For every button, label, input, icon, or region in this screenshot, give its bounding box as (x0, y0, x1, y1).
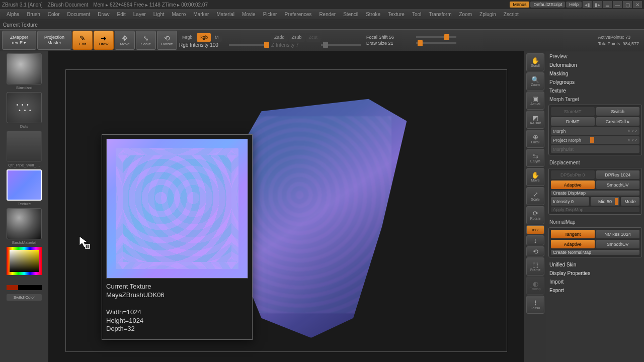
section-texture[interactable]: Texture (548, 86, 642, 95)
menu-zscript[interactable]: Zscript (500, 11, 522, 18)
vp-rotate-button[interactable]: ⟳Rotate (526, 206, 544, 224)
menu-stroke[interactable]: Stroke (362, 11, 384, 18)
actual-button[interactable]: ▣Actual (526, 92, 544, 110)
menu-layer[interactable]: Layer (130, 11, 149, 18)
section-display-properties[interactable]: Display Properties (548, 269, 642, 278)
draw-button[interactable]: ➜Draw (94, 31, 114, 50)
disp-mode[interactable]: Mode (621, 197, 639, 206)
zoom-button[interactable]: 🔍Zoom (526, 72, 544, 90)
section-morph-target[interactable]: Morph Target (548, 95, 642, 104)
zmapper-button[interactable]: ZMapper rev-E ▾ (2, 31, 36, 50)
project-morph-slider[interactable]: Project MorphX Y Z (551, 136, 639, 144)
menu-tool[interactable]: Tool (409, 11, 425, 18)
menus-toggle[interactable]: Menus (510, 2, 529, 8)
menu-color[interactable]: Color (44, 11, 63, 18)
color-swatches[interactable] (7, 285, 42, 290)
lsym-button[interactable]: ⇆L.Sym (526, 149, 544, 167)
close-icon[interactable]: ✕ (633, 1, 642, 8)
stroke-thumb[interactable] (7, 92, 42, 123)
create-dispmap-button[interactable]: Create DispMap (551, 191, 639, 196)
switch-button[interactable]: Switch (596, 107, 640, 116)
morph-slider[interactable]: MorphX Y Z (551, 127, 639, 135)
vp-scale-button[interactable]: ⤢Scale (526, 187, 544, 205)
texture-thumb[interactable] (7, 169, 42, 201)
canvas[interactable]: Current Texture MayaZBrushUDK06 Width=10… (48, 51, 524, 362)
next-layout-icon[interactable]: ▮▸ (593, 1, 602, 8)
menu-texture[interactable]: Texture (384, 11, 408, 18)
move-button[interactable]: ✥Move (115, 31, 135, 50)
dpsubpix-button[interactable]: DPSubPix 0 (551, 170, 595, 179)
nm-smoothuv-button[interactable]: SmoothUV (596, 240, 640, 248)
menu-movie[interactable]: Movie (238, 11, 259, 18)
nm-adaptive-button[interactable]: Adaptive (551, 240, 595, 248)
menu-draw[interactable]: Draw (94, 11, 113, 18)
disp-intensity[interactable]: Intensity 0 (551, 197, 589, 206)
menu-render[interactable]: Render (315, 11, 339, 18)
rgb-intensity-label[interactable]: Rgb Intensity 100 (179, 42, 227, 48)
zcut-button[interactable]: Zcut (306, 33, 321, 42)
z-axis-button[interactable]: ⟲ (526, 246, 544, 256)
section-displacement[interactable]: Displacement (548, 158, 642, 167)
m-button[interactable]: M (212, 33, 222, 42)
menu-marker[interactable]: Marker (190, 11, 212, 18)
focal-shift-slider[interactable] (416, 36, 456, 38)
creatediff-button[interactable]: CreateDiff ▸ (596, 117, 640, 126)
aahalf-button[interactable]: ◩AAHalf (526, 111, 544, 129)
menu-zoom[interactable]: Zoom (455, 11, 475, 18)
minimize-icon[interactable]: — (613, 1, 622, 8)
menu-light[interactable]: Light (150, 11, 168, 18)
rotate-button[interactable]: ⟲Rotate (157, 31, 177, 50)
apply-dispmap-button[interactable]: Apply DispMap (551, 207, 639, 212)
mrgb-button[interactable]: Mrgb (179, 33, 196, 42)
menu-transform[interactable]: Transform (425, 11, 455, 18)
vp-move-button[interactable]: ✋Move (526, 168, 544, 186)
menu-document[interactable]: Document (64, 11, 94, 18)
section-preview[interactable]: Preview (548, 52, 642, 61)
section-deformation[interactable]: Deformation (548, 61, 642, 69)
menu-picker[interactable]: Picker (260, 11, 281, 18)
hide-ui-button[interactable]: 🗕 (603, 1, 612, 8)
switch-color-button[interactable]: SwitchColor (7, 294, 42, 301)
storemt-button[interactable]: StoreMT (551, 107, 595, 116)
tangent-button[interactable]: Tangent (551, 230, 595, 238)
prev-layout-icon[interactable]: ◂▮ (583, 1, 592, 8)
draw-size-slider[interactable] (416, 42, 456, 44)
disp-adaptive-button[interactable]: Adaptive (551, 180, 595, 189)
transp-button[interactable]: ◐Transp (526, 277, 544, 295)
section-polygroups[interactable]: Polygroups (548, 78, 642, 86)
disp-mid[interactable]: Mid 50 (591, 197, 619, 206)
section-normalmap[interactable]: NormalMap (548, 218, 642, 226)
scale-button[interactable]: ⤡Scale (136, 31, 156, 50)
alpha-thumb[interactable] (7, 131, 42, 162)
z-intensity-label[interactable]: Z Intensity 7 (271, 42, 319, 48)
scroll-button[interactable]: ✋Scroll (526, 53, 544, 71)
menu-edit[interactable]: Edit (114, 11, 129, 18)
section-export[interactable]: Export (548, 286, 642, 295)
menu-material[interactable]: Material (213, 11, 238, 18)
menu-macro[interactable]: Macro (168, 11, 189, 18)
delmt-button[interactable]: DelMT (551, 117, 595, 126)
default-zscript-button[interactable]: DefaultZScript (530, 2, 565, 8)
material-thumb[interactable] (7, 208, 42, 239)
create-normalmap-button[interactable]: Create NormalMap (551, 250, 639, 255)
xyz-button[interactable]: XYZ (526, 225, 544, 234)
zadd-button[interactable]: Zadd (271, 33, 288, 42)
color-picker[interactable] (7, 247, 42, 283)
morphdist-slider[interactable]: MorphDist (551, 145, 639, 153)
section-import[interactable]: Import (548, 278, 642, 286)
local-button[interactable]: ⊕Local (526, 130, 544, 148)
zsub-button[interactable]: Zsub (289, 33, 305, 42)
maximize-icon[interactable]: ▢ (623, 1, 632, 8)
section-unified-skin[interactable]: Unified Skin (548, 260, 642, 269)
section-masking[interactable]: Masking (548, 69, 642, 78)
menu-stencil[interactable]: Stencil (340, 11, 362, 18)
menu-alpha[interactable]: Alpha (3, 11, 23, 18)
focal-shift-label[interactable]: Focal Shift 56 (366, 35, 414, 40)
rgb-intensity-slider[interactable] (229, 44, 269, 46)
nmres-button[interactable]: NMRes 1024 (596, 230, 640, 238)
frame-button[interactable]: ⬚Frame (526, 257, 544, 276)
edit-button[interactable]: ✎Edit (72, 31, 93, 50)
help-button[interactable]: Help (566, 2, 582, 8)
rgb-button[interactable]: Rgb (197, 33, 211, 42)
menu-preferences[interactable]: Preferences (281, 11, 315, 18)
